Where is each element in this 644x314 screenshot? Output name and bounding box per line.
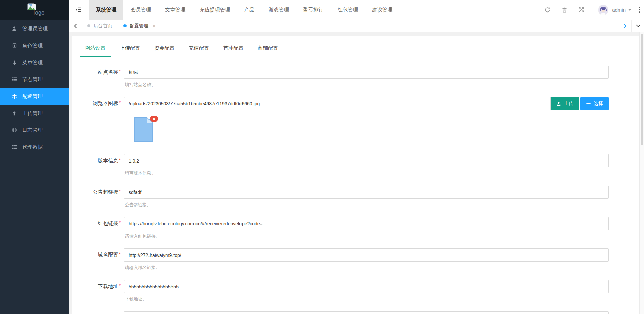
sidebar-item-label: 配置管理 <box>22 93 43 100</box>
sidebar-item-label: 管理员管理 <box>22 26 48 32</box>
username: admin <box>612 7 626 13</box>
form-row-download-url: 下载地址* 下载地址。 <box>75 280 639 302</box>
version-input[interactable] <box>124 154 609 167</box>
list-icon <box>11 77 17 82</box>
redpacket-link-input[interactable] <box>124 217 609 230</box>
tabs-scroll-right-icon[interactable] <box>619 20 631 32</box>
content-area: 网站设置 上传配置 资金配置 充值配置 首冲配置 商铺配置 站点名称* 填写站点… <box>69 32 644 314</box>
sidebar-item-config-manage[interactable]: 配置管理 <box>0 88 69 105</box>
refresh-icon[interactable] <box>539 7 556 13</box>
list-icon <box>586 101 591 106</box>
sidebar-menu: 管理员管理 角色管理 菜单管理 节点管理 配置管理 上传管理 日志管理 代理数 <box>0 20 69 155</box>
upload-icon <box>556 101 561 106</box>
sidebar-item-node-manage[interactable]: 节点管理 <box>0 71 69 88</box>
tab-site-settings[interactable]: 网站设置 <box>80 45 111 57</box>
role-badge-icon <box>11 43 17 48</box>
tree-icon <box>11 60 17 65</box>
form-row-redpacket-link: 红包链接* 请输入红包链接。 <box>75 217 639 239</box>
site-settings-form: 站点名称* 填写站点名称。 浏览器图标* 上传 <box>72 57 639 314</box>
required-asterisk: * <box>119 69 121 74</box>
tab-upload-config[interactable]: 上传配置 <box>115 45 145 57</box>
user-icon <box>11 26 17 31</box>
form-row-announcement-link: 公告超链接* 公告超链接。 <box>75 186 639 208</box>
asterisk-gear-icon <box>11 94 17 99</box>
sidebar-item-menu-manage[interactable]: 菜单管理 <box>0 54 69 71</box>
top-nav: 系统管理 会员管理 文章管理 充值提现管理 产品 游戏管理 盈亏排行 红包管理 … <box>89 0 399 20</box>
tab-first-charge-config[interactable]: 首冲配置 <box>218 45 249 57</box>
top-nav-item-profit-rank[interactable]: 盈亏排行 <box>296 0 330 20</box>
top-nav-item-article[interactable]: 文章管理 <box>158 0 192 20</box>
top-nav-item-recharge-withdraw[interactable]: 充值提现管理 <box>192 0 237 20</box>
tabs-list-dropdown-icon[interactable] <box>631 20 644 32</box>
expand-icon[interactable] <box>573 7 590 13</box>
tab-shop-config[interactable]: 商铺配置 <box>253 45 283 57</box>
arrow-up-icon <box>11 111 17 116</box>
field-help-text: 请输入红包链接。 <box>124 233 609 239</box>
field-help-text: 填写站点名称。 <box>124 82 609 88</box>
top-nav-item-suggestion[interactable]: 建议管理 <box>365 0 399 20</box>
field-label: 域名配置 <box>98 252 118 258</box>
form-row-site-name: 站点名称* 填写站点名称。 <box>75 66 639 88</box>
download-url-input[interactable] <box>124 280 609 293</box>
avatar[interactable] <box>598 5 608 15</box>
required-asterisk: * <box>119 252 121 257</box>
field-label: 版本信息 <box>98 158 118 163</box>
scrollbar-thumb[interactable] <box>641 34 643 145</box>
globe-icon <box>11 127 17 133</box>
sidebar-item-admin-manage[interactable]: 管理员管理 <box>0 20 69 37</box>
sidebar-item-label: 上传管理 <box>22 110 43 117</box>
tabs-scroll-left-icon[interactable] <box>69 20 82 32</box>
tab-close-icon[interactable]: × <box>153 23 156 28</box>
form-row-version: 版本信息* 填写版本信息。 <box>75 154 639 176</box>
file-thumbnail[interactable]: × <box>124 114 162 145</box>
field-help-text: 公告超链接。 <box>124 202 609 208</box>
delete-thumbnail-icon[interactable]: × <box>150 116 158 122</box>
field-label: 浏览器图标 <box>93 100 118 106</box>
browser-icon-input[interactable] <box>124 97 551 110</box>
list-icon <box>11 144 17 150</box>
sidebar: logo 管理员管理 角色管理 菜单管理 节点管理 配置管理 上传管理 日志 <box>0 0 69 314</box>
topbar: 系统管理 会员管理 文章管理 充值提现管理 产品 游戏管理 盈亏排行 红包管理 … <box>69 0 644 20</box>
form-row-browser-icon: 浏览器图标* 上传 选择 <box>75 97 639 145</box>
required-asterisk: * <box>119 220 121 225</box>
config-panel: 网站设置 上传配置 资金配置 充值配置 首冲配置 商铺配置 站点名称* 填写站点… <box>72 36 639 314</box>
user-menu[interactable]: admin <box>612 7 637 13</box>
sidebar-toggle-icon[interactable] <box>71 0 86 20</box>
logo-alt-text: logo <box>33 9 44 16</box>
field-label: 下载地址 <box>98 283 118 289</box>
domain-config-input[interactable] <box>124 248 609 262</box>
field-help-text: 下载地址。 <box>124 296 609 302</box>
sidebar-item-label: 节点管理 <box>22 76 43 83</box>
tab-config-manage[interactable]: 配置管理 × <box>118 20 161 32</box>
sidebar-item-label: 菜单管理 <box>22 59 43 66</box>
tab-recharge-config[interactable]: 充值配置 <box>184 45 214 57</box>
site-name-input[interactable] <box>124 66 609 79</box>
top-nav-item-game[interactable]: 游戏管理 <box>261 0 296 20</box>
topbar-actions: admin <box>539 5 644 15</box>
vertical-scrollbar[interactable] <box>639 32 644 314</box>
required-asterisk: * <box>119 100 121 105</box>
form-row-service-link: 客服链接* 填写客服链接。 <box>75 311 639 314</box>
upload-button[interactable]: 上传 <box>551 97 579 110</box>
sidebar-item-log-manage[interactable]: 日志管理 <box>0 122 69 139</box>
top-nav-item-system[interactable]: 系统管理 <box>89 0 123 20</box>
form-row-domain-config: 域名配置* 请输入域名链接。 <box>75 248 639 271</box>
top-nav-item-redpacket[interactable]: 红包管理 <box>330 0 365 20</box>
tab-fund-config[interactable]: 资金配置 <box>149 45 180 57</box>
trash-icon[interactable] <box>556 7 573 13</box>
sidebar-item-upload-manage[interactable]: 上传管理 <box>0 105 69 122</box>
choose-button[interactable]: 选择 <box>580 97 609 110</box>
sidebar-item-label: 角色管理 <box>22 43 43 49</box>
caret-down-icon <box>628 9 632 11</box>
sidebar-item-agent-data[interactable]: 代理数据 <box>0 139 69 155</box>
service-link-input[interactable] <box>124 311 609 314</box>
tab-dashboard-home[interactable]: 后台首页 <box>82 20 118 32</box>
top-nav-item-product[interactable]: 产品 <box>237 0 261 20</box>
top-nav-item-member[interactable]: 会员管理 <box>123 0 158 20</box>
sidebar-item-role-manage[interactable]: 角色管理 <box>0 37 69 54</box>
tabs-bar-right <box>619 20 644 32</box>
required-asterisk: * <box>119 158 121 162</box>
kebab-menu-icon[interactable] <box>637 7 641 13</box>
announcement-link-input[interactable] <box>124 186 609 199</box>
field-label: 站点名称 <box>98 69 118 75</box>
